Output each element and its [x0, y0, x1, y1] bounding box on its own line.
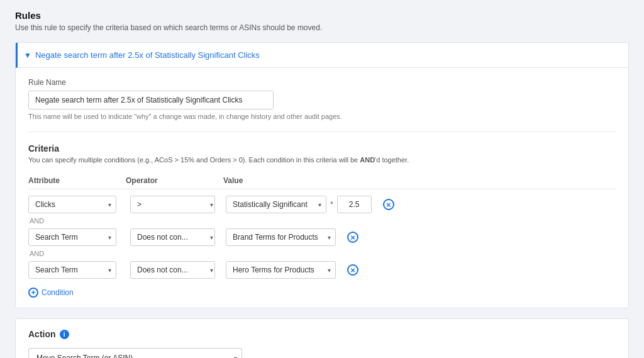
and-label-1: AND: [28, 217, 616, 225]
rule-name-label: Rule Name: [28, 78, 616, 87]
attribute-select-3[interactable]: Search Term Clicks Orders: [28, 261, 116, 279]
remove-icon-2: ×: [347, 232, 358, 243]
page-title: Rules: [15, 10, 629, 21]
remove-icon-3: ×: [347, 264, 358, 276]
col-attribute-header: Attribute: [28, 176, 126, 185]
action-info-icon[interactable]: i: [60, 330, 69, 339]
rule-name-helper: This name will be used to indicate "why"…: [28, 113, 616, 120]
rule-name-input[interactable]: [28, 91, 274, 109]
value-select-2[interactable]: Brand Terms for Products Hero Terms for …: [226, 228, 336, 246]
action-select[interactable]: Move Search Term (or ASIN) Negate Search…: [28, 348, 242, 358]
col-value-header: Value: [223, 176, 616, 185]
multiplier-label-1: *: [330, 200, 333, 209]
value-select-3[interactable]: Hero Terms for Products Brand Terms for …: [226, 261, 336, 279]
action-title: Action: [28, 329, 56, 339]
remove-row-1[interactable]: ×: [383, 199, 394, 210]
remove-icon-1: ×: [383, 199, 394, 210]
attribute-select-1[interactable]: Clicks Search Term Orders ACoS: [28, 196, 116, 213]
criteria-subtitle: You can specify multiple conditions (e.g…: [28, 156, 616, 164]
criteria-row: Search Term Clicks Orders ▾ Does not con…: [28, 261, 616, 279]
value-select-1[interactable]: Statistically Significant Clic Custom Va…: [226, 196, 326, 213]
col-operator-header: Operator: [126, 176, 223, 185]
attribute-select-2[interactable]: Search Term Clicks Orders: [28, 228, 116, 246]
criteria-row: Search Term Clicks Orders ▾ Does not con…: [28, 228, 616, 246]
criteria-section: Criteria You can specify multiple condit…: [28, 143, 616, 298]
rule-toggle-icon[interactable]: ▼: [24, 51, 31, 60]
operator-select-3[interactable]: Does not con... Contains Equals: [130, 261, 215, 279]
and-label-2: AND: [28, 250, 616, 257]
page-subtitle: Use this rule to specify the criteria ba…: [15, 23, 629, 32]
multiplier-input-1[interactable]: [337, 196, 372, 213]
criteria-title: Criteria: [28, 143, 616, 154]
remove-row-3[interactable]: ×: [347, 264, 358, 276]
plus-circle-icon: +: [28, 288, 38, 298]
add-condition-button[interactable]: + Condition: [28, 288, 74, 298]
criteria-row: Clicks Search Term Orders ACoS ▾ > <: [28, 196, 616, 213]
operator-select-2[interactable]: Does not con... Contains Equals: [130, 228, 215, 246]
add-condition-label: Condition: [42, 288, 74, 297]
remove-row-2[interactable]: ×: [347, 232, 358, 243]
rule-title[interactable]: Negate search term after 2.5x of Statist…: [35, 50, 260, 60]
operator-select-1[interactable]: > < = ≥ ≤: [130, 196, 215, 213]
